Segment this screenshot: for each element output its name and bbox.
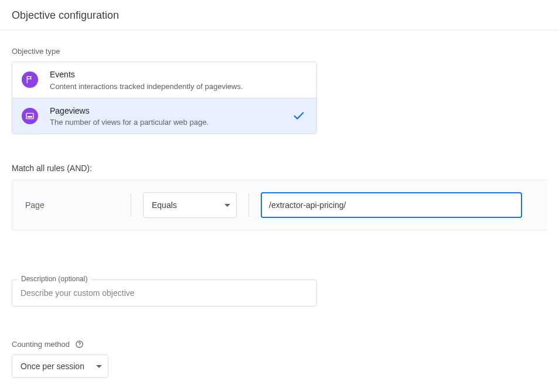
counting-method-dropdown[interactable]: Once per session: [12, 354, 108, 378]
description-input[interactable]: [12, 279, 317, 306]
counting-label-row: Counting method: [12, 339, 547, 349]
events-body: Events Content interactions tracked inde…: [50, 69, 307, 91]
objective-type-pageviews[interactable]: Pageviews The number of views for a part…: [12, 98, 316, 134]
chevron-down-icon: [224, 204, 230, 207]
events-subtitle: Content interactions tracked independent…: [50, 82, 307, 91]
rule-field-label: Page: [25, 200, 119, 210]
separator: [131, 193, 131, 217]
counting-method-label: Counting method: [12, 340, 70, 349]
match-rules-label: Match all rules (AND):: [0, 163, 559, 173]
pageviews-body: Pageviews The number of views for a part…: [50, 105, 291, 127]
events-title: Events: [50, 69, 307, 81]
description-field: Description (optional): [12, 279, 317, 306]
counting-section: Counting method Once per session: [12, 339, 547, 378]
separator: [248, 193, 249, 217]
check-icon: [291, 110, 307, 122]
pageviews-title: Pageviews: [50, 105, 291, 117]
counting-method-value: Once per session: [21, 362, 84, 371]
svg-point-3: [79, 346, 80, 346]
svg-rect-1: [28, 116, 32, 118]
description-floating-label: Description (optional): [18, 275, 91, 283]
rule-operator-dropdown[interactable]: Equals: [143, 192, 237, 218]
rule-operator-value: Equals: [152, 200, 177, 210]
chevron-down-icon: [96, 365, 102, 368]
flag-icon: [22, 71, 38, 88]
pageview-icon: [22, 108, 38, 124]
objective-type-label: Objective type: [12, 47, 547, 56]
objective-type-list: Events Content interactions tracked inde…: [12, 62, 317, 134]
objective-type-events[interactable]: Events Content interactions tracked inde…: [12, 62, 316, 98]
page-title: Objective configuration: [0, 0, 559, 30]
rules-panel: Page Equals: [12, 180, 547, 230]
rule-value-input[interactable]: [261, 192, 522, 218]
pageviews-subtitle: The number of views for a particular web…: [50, 118, 291, 127]
rule-row: Page Equals: [12, 180, 547, 230]
help-icon[interactable]: [74, 339, 84, 349]
